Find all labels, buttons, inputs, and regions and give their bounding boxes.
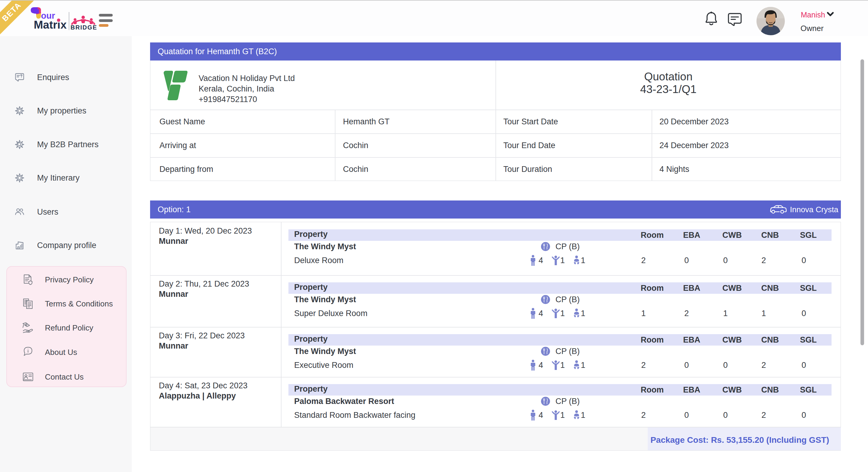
- svg-text:BRIDGE: BRIDGE: [70, 24, 97, 30]
